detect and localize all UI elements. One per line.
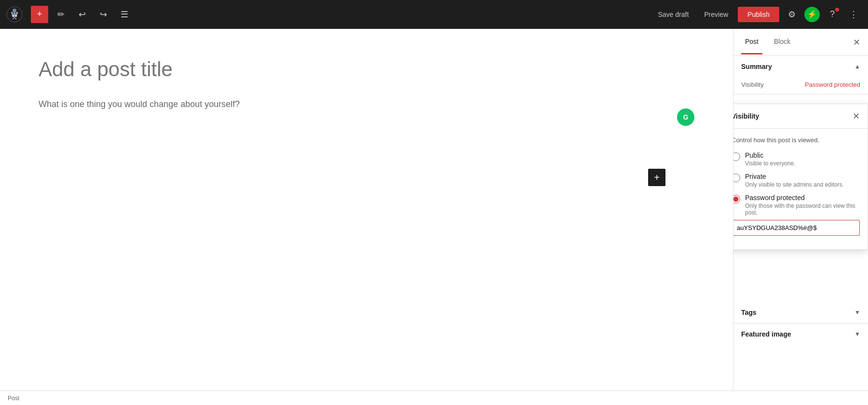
- radio-desc-public: Visible to everyone.: [745, 160, 796, 167]
- radio-text-private: Private Only visible to site admins and …: [745, 173, 844, 188]
- featured-image-section-header[interactable]: Featured image ▼: [733, 324, 868, 345]
- jetpack-icon[interactable]: ⚡: [804, 7, 820, 22]
- radio-text-public: Public Visible to everyone.: [745, 151, 796, 167]
- ellipsis-icon: ⋮: [849, 9, 858, 20]
- close-icon: ✕: [853, 37, 860, 48]
- visibility-value[interactable]: Password protected: [805, 81, 860, 88]
- featured-image-title: Featured image: [741, 330, 791, 338]
- settings-button[interactable]: ⚙: [783, 6, 800, 23]
- popover-body: Control how this post is viewed. Public …: [733, 129, 868, 249]
- plus-inline-icon: +: [654, 172, 660, 183]
- popover-close-button[interactable]: ✕: [853, 111, 860, 122]
- tags-section-header[interactable]: Tags ▼: [733, 302, 868, 324]
- popover-description: Control how this post is viewed.: [733, 136, 860, 144]
- status-label: Post: [8, 395, 19, 402]
- post-content-text: What is one thing you would change about…: [39, 96, 694, 112]
- toolbar-right: Save draft Preview Publish ⚙ ⚡ ? ⋮: [652, 6, 862, 23]
- popover-title: Visibility: [733, 112, 759, 120]
- pencil-icon: ✏: [57, 9, 65, 20]
- gear-icon: ⚙: [788, 9, 796, 20]
- visibility-label: Visibility: [741, 81, 764, 88]
- close-icon: ✕: [853, 111, 860, 121]
- sidebar: Post Block ✕ Summary ▲ Visibility Passwo…: [733, 29, 868, 391]
- radio-label-public[interactable]: Public Visible to everyone.: [733, 151, 860, 167]
- list-icon: ☰: [121, 9, 128, 20]
- list-view-button[interactable]: ☰: [116, 6, 133, 23]
- tags-section: Tags ▼: [733, 302, 868, 324]
- radio-option-private: Private Only visible to site admins and …: [733, 173, 860, 188]
- radio-public[interactable]: [733, 152, 740, 161]
- publish-button[interactable]: Publish: [738, 7, 779, 22]
- add-block-inline-button[interactable]: +: [648, 169, 665, 186]
- toolbar: W + ✏ ↩ ↪ ☰ Save draft Preview: [0, 0, 868, 29]
- visibility-popover: Visibility ✕ Control how this post is vi…: [733, 104, 868, 250]
- password-input[interactable]: [733, 220, 860, 236]
- visibility-row: Visibility Password protected: [733, 77, 868, 94]
- sidebar-close-button[interactable]: ✕: [853, 37, 860, 48]
- summary-title: Summary: [741, 63, 772, 70]
- svg-point-2: [13, 9, 16, 13]
- grammarly-icon[interactable]: G: [677, 108, 694, 126]
- chevron-down-icon: ▼: [854, 331, 860, 338]
- radio-label-password[interactable]: Password protected Only those with the p…: [733, 194, 860, 216]
- chevron-down-icon: ▼: [854, 309, 860, 316]
- radio-option-password: Password protected Only those with the p…: [733, 194, 860, 236]
- redo-icon: ↪: [100, 9, 107, 20]
- undo-icon: ↩: [79, 9, 86, 20]
- plus-icon: +: [37, 9, 42, 19]
- tab-block[interactable]: Block: [770, 30, 794, 54]
- tab-post[interactable]: Post: [741, 30, 762, 54]
- radio-private[interactable]: [733, 174, 740, 182]
- radio-password[interactable]: [733, 195, 740, 203]
- more-options-button[interactable]: ⋮: [845, 6, 862, 23]
- save-draft-button[interactable]: Save draft: [652, 8, 694, 21]
- summary-section-header[interactable]: Summary ▲: [733, 56, 868, 77]
- notification-dot: [835, 8, 839, 12]
- add-block-button[interactable]: +: [31, 6, 48, 23]
- radio-desc-private: Only visible to site admins and editors.: [745, 181, 844, 188]
- radio-name-password: Password protected: [745, 194, 860, 202]
- radio-label-private[interactable]: Private Only visible to site admins and …: [733, 173, 860, 188]
- preview-button[interactable]: Preview: [698, 8, 734, 21]
- tags-title: Tags: [741, 309, 757, 316]
- editor-area: What is one thing you would change about…: [0, 29, 733, 391]
- main-layout: What is one thing you would change about…: [0, 29, 868, 391]
- undo-button[interactable]: ↩: [73, 6, 91, 23]
- wp-logo[interactable]: W: [6, 6, 23, 23]
- toolbar-left: W + ✏ ↩ ↪ ☰: [6, 6, 133, 23]
- featured-image-section: Featured image ▼: [733, 324, 868, 345]
- popover-header: Visibility ✕: [733, 104, 868, 129]
- radio-text-password: Password protected Only those with the p…: [745, 194, 860, 216]
- radio-desc-password: Only those with the password can view th…: [745, 202, 860, 216]
- help-button[interactable]: ?: [824, 6, 841, 23]
- radio-option-public: Public Visible to everyone.: [733, 151, 860, 167]
- post-title-input[interactable]: [39, 58, 694, 81]
- radio-name-public: Public: [745, 151, 796, 159]
- redo-button[interactable]: ↪: [95, 6, 112, 23]
- summary-section: Summary ▲ Visibility Password protected: [733, 56, 868, 94]
- sidebar-tabs: Post Block ✕: [733, 29, 868, 56]
- status-bar: Post: [0, 391, 868, 405]
- edit-mode-button[interactable]: ✏: [52, 6, 69, 23]
- help-icon: ?: [830, 9, 835, 19]
- radio-name-private: Private: [745, 173, 844, 180]
- chevron-up-icon: ▲: [854, 63, 860, 70]
